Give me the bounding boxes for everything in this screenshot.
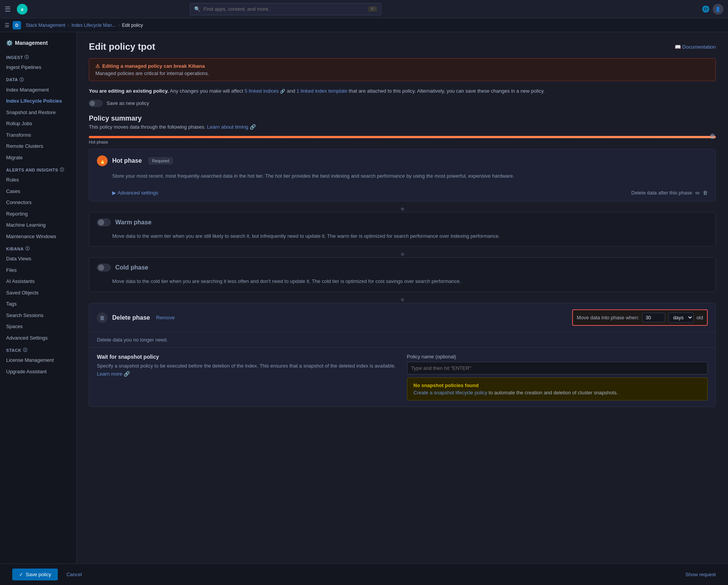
sidebar-item-snapshot-restore[interactable]: Snapshot and Restore — [0, 107, 76, 118]
sidebar-item-rollup-jobs[interactable]: Rollup Jobs — [0, 118, 76, 129]
main-layout: ⚙️ Management Ingest ⓘ Ingest Pipelines … — [0, 32, 728, 564]
save-as-new-label: Save as new policy — [106, 100, 149, 106]
phase-delete-icon[interactable]: 🗑 — [710, 133, 716, 140]
breadcrumb-bar: ☰ D Stack Management › Index Lifecycle M… — [0, 18, 728, 32]
hot-phase-header: 🔥 Hot phase Required — [89, 149, 715, 172]
sidebar-item-files[interactable]: Files — [0, 265, 76, 276]
sidebar-header: ⚙️ Management — [0, 37, 76, 51]
nav-toggle-icon[interactable]: ☰ — [5, 22, 10, 28]
sidebar-item-ai-assistants[interactable]: AI Assistants — [0, 276, 76, 287]
sidebar-item-saved-objects[interactable]: Saved Objects — [0, 287, 76, 299]
phase-timeline: Hot phase 🗑 — [89, 136, 716, 138]
sidebar-section-data: Data ⓘ — [0, 73, 76, 84]
sidebar-item-rules[interactable]: Rules — [0, 174, 76, 186]
globe-icon[interactable]: 🌐 — [702, 5, 710, 13]
breadcrumb-current: Edit policy — [119, 23, 145, 28]
cold-toggle-knob — [98, 265, 104, 271]
breadcrumb-index-lifecycle[interactable]: Index Lifecycle Man... — [69, 23, 118, 28]
delete-phase-remove-link[interactable]: Remove — [156, 315, 175, 320]
warm-phase-header: Warm phase — [89, 212, 715, 232]
stack-info-icon: ⓘ — [23, 347, 28, 353]
search-input[interactable] — [203, 6, 365, 12]
search-shortcut: ⌘/ — [368, 6, 377, 12]
warning-icon: ⚠ — [95, 63, 100, 69]
snapshot-desc: Specify a snapshot policy to be executed… — [97, 362, 398, 378]
no-snapshot-title: No snapshot policies found — [414, 382, 702, 388]
delete-after-row: Delete data after this phase ∞ 🗑 — [631, 190, 708, 196]
delete-phase-body: Wait for snapshot policy Specify a snaps… — [89, 348, 715, 407]
snapshot-policy-section: Wait for snapshot policy Specify a snaps… — [97, 354, 398, 400]
save-policy-button[interactable]: ✓ Save policy — [12, 569, 58, 580]
global-search[interactable]: 🔍 ⌘/ — [190, 3, 381, 15]
sidebar-item-data-views[interactable]: Data Views — [0, 253, 76, 265]
policy-name-section: Policy name (optional) No snapshot polic… — [407, 354, 708, 400]
sidebar-item-tags[interactable]: Tags — [0, 298, 76, 310]
breadcrumb-stack-management[interactable]: Stack Management — [23, 23, 67, 28]
sidebar-item-transforms[interactable]: Transforms — [0, 129, 76, 141]
sidebar-item-ingest-pipelines[interactable]: Ingest Pipelines — [0, 62, 76, 73]
learn-more-link[interactable]: Learn more 🔗 — [97, 371, 130, 377]
hamburger-menu[interactable]: ☰ — [5, 5, 11, 13]
show-request-link[interactable]: Show request — [685, 572, 716, 577]
policy-name-label: Policy name (optional) — [407, 354, 708, 359]
move-when-input[interactable] — [642, 313, 665, 322]
hot-phase-footer: ▶ Advanced settings Delete data after th… — [89, 186, 715, 201]
learn-timing-link[interactable]: Learn about timing 🔗 — [207, 124, 256, 130]
cold-phase-toggle[interactable] — [97, 264, 111, 271]
save-as-new-toggle[interactable] — [89, 100, 103, 107]
policy-summary-title: Policy summary — [89, 114, 716, 123]
info-middle: Any changes you make will affect — [170, 88, 245, 94]
warm-phase-toggle[interactable] — [97, 219, 111, 226]
phase-bar-fill — [89, 136, 716, 138]
delete-phase-header: 🗑 Delete phase Remove Move data into pha… — [89, 303, 715, 332]
bottom-bar: ✓ Save policy Cancel Show request — [0, 564, 728, 585]
sidebar-item-machine-learning[interactable]: Machine Learning — [0, 219, 76, 231]
user-avatar[interactable]: 👤 — [713, 4, 723, 15]
gear-icon: ⚙️ — [6, 40, 13, 46]
sidebar-item-migrate[interactable]: Migrate — [0, 152, 76, 163]
top-navbar: ☰ e 🔍 ⌘/ 🌐 👤 — [0, 0, 728, 18]
warning-banner: ⚠ Editing a managed policy can break Kib… — [89, 58, 716, 81]
cold-phase-header: Cold phase — [89, 258, 715, 278]
sidebar-item-index-management[interactable]: Index Management — [0, 84, 76, 96]
cold-phase-card: Cold phase Move data to the cold tier wh… — [89, 257, 716, 292]
sidebar-item-upgrade-assistant[interactable]: Upgrade Assistant — [0, 366, 76, 377]
documentation-link[interactable]: 📖 Documentation — [675, 44, 716, 50]
sidebar-item-cases[interactable]: Cases — [0, 186, 76, 197]
create-snapshot-policy-link[interactable]: Create a snapshot lifecycle policy — [414, 390, 488, 395]
linked-template-link[interactable]: 1 linked index template — [296, 88, 347, 94]
delete-after-trash-icon[interactable]: 🗑 — [703, 190, 708, 196]
check-icon: ✓ — [19, 572, 23, 577]
linked-indices-link[interactable]: 5 linked indices — [245, 88, 279, 94]
policy-name-input[interactable] — [407, 362, 708, 374]
sidebar-item-advanced-settings[interactable]: Advanced Settings — [0, 332, 76, 344]
sidebar-item-connectors[interactable]: Connectors — [0, 197, 76, 208]
phase-bar-track — [89, 136, 716, 138]
no-snapshot-suffix: to automate the creation and deletion of… — [489, 390, 618, 395]
move-when-label: Move data into phase when: — [577, 315, 639, 320]
sidebar-item-index-lifecycle[interactable]: Index Lifecycle Policies — [0, 95, 76, 107]
hot-phase-card: 🔥 Hot phase Required Store your most rec… — [89, 149, 716, 201]
warning-title: ⚠ Editing a managed policy can break Kib… — [95, 63, 709, 69]
connector-dot-3 — [401, 298, 404, 301]
hot-phase-title: Hot phase — [112, 157, 142, 164]
cancel-button[interactable]: Cancel — [62, 569, 85, 580]
sidebar-item-license-management[interactable]: License Management — [0, 355, 76, 366]
move-when-unit-select[interactable]: days — [668, 312, 694, 323]
elastic-logo: e — [17, 4, 28, 15]
no-snapshot-banner: No snapshot policies found Create a snap… — [407, 377, 708, 400]
toggle-knob — [90, 101, 95, 106]
footer-actions-left: ✓ Save policy Cancel — [12, 569, 86, 580]
info-prefix: You are editing an existing policy. — [89, 88, 169, 94]
ingest-info-icon: ⓘ — [25, 54, 29, 60]
sidebar-item-search-sessions[interactable]: Search Sessions — [0, 310, 76, 321]
sidebar-item-reporting[interactable]: Reporting — [0, 208, 76, 220]
sidebar-item-remote-clusters[interactable]: Remote Clusters — [0, 141, 76, 152]
page-title: Edit policy tpot — [89, 41, 155, 52]
sidebar-item-spaces[interactable]: Spaces — [0, 321, 76, 332]
hot-phase-icon: 🔥 — [97, 155, 108, 166]
sidebar: ⚙️ Management Ingest ⓘ Ingest Pipelines … — [0, 32, 77, 564]
topbar-actions: 🌐 👤 — [702, 4, 723, 15]
advanced-settings-toggle[interactable]: ▶ Advanced settings — [112, 190, 158, 196]
sidebar-item-maintenance-windows[interactable]: Maintenance Windows — [0, 231, 76, 242]
